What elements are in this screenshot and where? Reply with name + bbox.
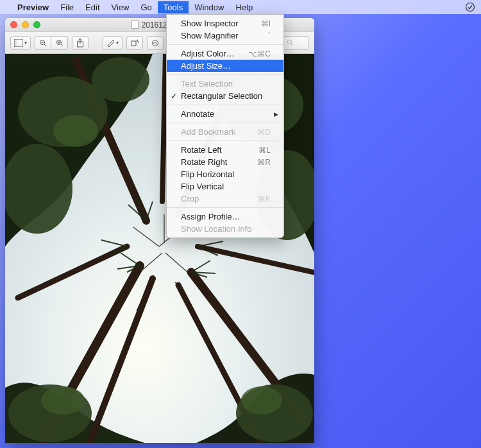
menu-item-label: Add Bookmark [181,127,235,137]
menu-item-adjust-size[interactable]: Adjust Size… [167,60,283,72]
markup-button[interactable] [147,36,164,50]
menu-item-text-selection: Text Selection [167,78,283,90]
menu-item-rotate-right[interactable]: Rotate Right⌘R [167,156,283,168]
zoom-in-button[interactable] [51,36,68,50]
menu-item-show-location-info: Show Location Info [167,223,283,235]
menu-edit[interactable]: Edit [80,1,105,13]
menu-help[interactable]: Help [230,1,258,13]
tools-menu-dropdown: Show Inspector⌘IShow Magnifier`Adjust Co… [166,14,284,238]
highlight-button[interactable]: ▾ [103,36,122,50]
menu-separator [167,74,283,75]
menu-item-annotate[interactable]: Annotate [167,108,283,120]
menu-item-shortcut: ⌥⌘C [248,49,271,58]
zoom-out-button[interactable] [35,36,51,50]
close-button[interactable] [10,21,17,28]
menu-separator [167,44,283,45]
menu-item-assign-profile[interactable]: Assign Profile… [167,211,283,223]
svg-rect-2 [14,39,17,47]
menu-item-label: Flip Vertical [181,182,224,191]
menu-separator [167,207,283,208]
svg-point-37 [241,386,282,415]
svg-point-27 [5,144,72,234]
svg-point-36 [41,386,85,415]
menu-app[interactable]: Preview [12,1,55,13]
svg-rect-12 [131,41,136,46]
menu-window[interactable]: Window [189,1,230,13]
view-mode-button[interactable]: ▾ [10,36,31,50]
menu-item-adjust-color[interactable]: Adjust Color…⌥⌘C [167,47,283,60]
menu-item-label: Rotate Right [181,157,227,167]
menu-separator [167,123,283,123]
minimize-button[interactable] [22,21,29,28]
menu-item-label: Text Selection [181,79,233,89]
menu-item-rectangular-selection[interactable]: Rectangular Selection [167,90,283,102]
menu-item-flip-vertical[interactable]: Flip Vertical [167,180,283,193]
window-controls [10,21,40,28]
menu-item-shortcut: ⌘I [261,19,271,28]
menu-tools[interactable]: Tools [158,1,189,13]
menu-item-flip-horizontal[interactable]: Flip Horizontal [167,168,283,180]
menu-item-label: Show Inspector [181,19,239,28]
menu-item-label: Flip Horizontal [181,169,234,179]
svg-point-32 [92,57,149,102]
svg-line-7 [60,44,63,46]
svg-line-25 [162,54,165,202]
menu-item-shortcut: ⌘L [258,146,271,155]
svg-point-34 [53,115,98,147]
menu-item-shortcut: ⌘R [257,158,271,167]
menu-view[interactable]: View [106,1,135,13]
svg-point-0 [466,3,475,12]
menu-file[interactable]: File [55,1,80,13]
menu-item-label: Rectangular Selection [181,91,262,101]
menu-separator [167,105,283,105]
menu-item-label: Show Location Info [181,224,252,234]
menu-go[interactable]: Go [135,1,157,13]
svg-line-15 [291,44,293,46]
menu-item-label: Crop [181,194,199,203]
menu-item-label: Assign Profile… [181,212,240,221]
svg-line-4 [44,44,47,46]
menu-item-rotate-left[interactable]: Rotate Left⌘L [167,144,283,156]
menu-item-shortcut: ` [268,31,271,40]
menu-item-label: Annotate [181,109,214,119]
menu-item-show-inspector[interactable]: Show Inspector⌘I [167,17,283,30]
svg-point-14 [287,40,291,44]
menu-item-crop: Crop⌘K [167,193,283,205]
menubar: Preview File Edit View Go Tools Window H… [0,0,481,14]
menu-separator [167,141,283,141]
menu-item-show-magnifier[interactable]: Show Magnifier` [167,30,283,42]
menu-item-label: Adjust Color… [181,49,235,58]
menu-item-label: Rotate Left [181,145,222,155]
menu-extra-icon[interactable] [464,1,476,13]
menu-item-shortcut: ⌘K [258,194,271,203]
fullscreen-button[interactable] [33,21,40,28]
share-button[interactable] [72,36,89,50]
menu-item-label: Adjust Size… [181,61,231,71]
menu-item-shortcut: ⌘D [257,128,271,137]
rotate-button[interactable] [126,36,143,50]
menu-item-label: Show Magnifier [181,31,239,40]
menu-item-add-bookmark: Add Bookmark⌘D [167,126,283,138]
document-icon [131,21,139,29]
